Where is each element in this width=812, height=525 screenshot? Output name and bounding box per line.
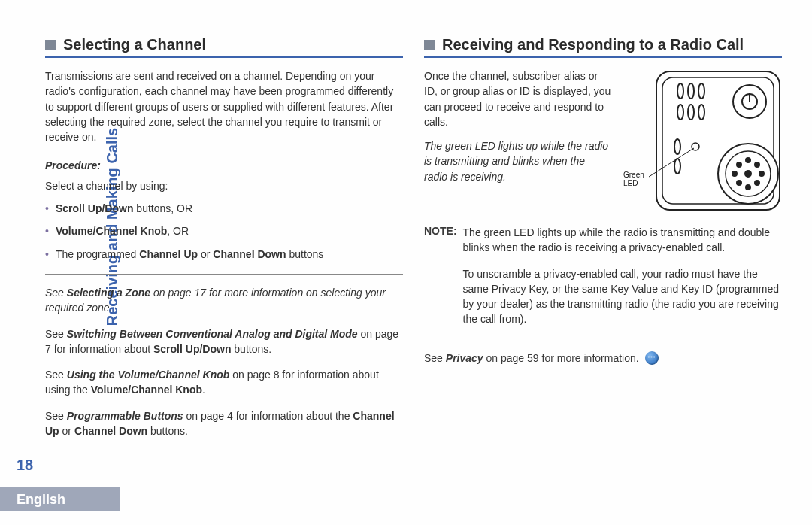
- note-p2: To unscramble a privacy-enabled call, yo…: [463, 266, 782, 327]
- bullet-bold: Volume/Channel Knob: [56, 225, 167, 237]
- bullet-tail: buttons: [286, 248, 324, 260]
- bullet-mid: or: [198, 248, 213, 260]
- svg-point-21: [755, 181, 759, 185]
- radio-diagram: Green LED: [620, 68, 782, 211]
- svg-point-7: [698, 83, 704, 99]
- bullet-bold-2: Channel Down: [213, 248, 286, 260]
- bullet-item: Volume/Channel Knob, OR: [45, 223, 403, 238]
- bullet-item: The programmed Channel Up or Channel Dow…: [45, 247, 403, 262]
- svg-point-22: [674, 139, 680, 154]
- right-intro-text: Once the channel, subscriber alias or ID…: [424, 68, 611, 211]
- ref-selecting-zone: See Selecting a Zone on page 17 for more…: [45, 285, 403, 316]
- led-callout-label: Green LED: [623, 171, 644, 187]
- svg-point-8: [677, 105, 683, 120]
- svg-point-6: [688, 83, 694, 99]
- svg-point-13: [745, 171, 751, 177]
- svg-point-9: [688, 105, 694, 120]
- svg-point-16: [732, 171, 737, 176]
- see-privacy-line: See Privacy on page 59 for more informat…: [424, 351, 782, 365]
- page-body: Selecting a Channel Transmissions are se…: [0, 0, 812, 525]
- svg-point-14: [746, 158, 750, 162]
- bullet-item: Scroll Up/Down buttons, OR: [45, 201, 403, 216]
- section-bullet-icon: [45, 40, 56, 50]
- svg-point-5: [677, 83, 683, 99]
- section-heading-receiving-call: Receiving and Responding to a Radio Call: [424, 36, 782, 58]
- procedure-label: Procedure:: [45, 158, 403, 173]
- bullet-bold: Channel Up: [139, 248, 198, 260]
- heading-text: Receiving and Responding to a Radio Call: [442, 36, 744, 53]
- svg-point-17: [759, 171, 764, 176]
- intro-paragraph: Transmissions are sent and received on a…: [45, 68, 403, 144]
- svg-point-23: [674, 159, 680, 174]
- ref-switching-mode: See Switching Between Conventional Analo…: [45, 326, 403, 357]
- bullet-pre: The programmed: [56, 248, 139, 260]
- ref-using-knob: See Using the Volume/Channel Knob on pag…: [45, 367, 403, 398]
- section-bullet-icon: [424, 40, 435, 50]
- note-key: NOTE:: [424, 225, 457, 338]
- heading-text: Selecting a Channel: [63, 36, 206, 53]
- svg-point-15: [746, 185, 750, 190]
- right-p2-led: The green LED lights up while the radio …: [424, 138, 611, 184]
- divider: [45, 274, 403, 275]
- svg-point-18: [737, 162, 741, 167]
- svg-point-10: [698, 105, 704, 120]
- bullet-bold: Scroll Up/Down: [56, 202, 133, 214]
- section-heading-selecting-channel: Selecting a Channel: [45, 36, 403, 58]
- procedure-lead: Select a channel by using:: [45, 178, 403, 193]
- column-right: Receiving and Responding to a Radio Call…: [424, 36, 782, 510]
- note-p1: The green LED lights up while the radio …: [463, 225, 782, 256]
- note-block: NOTE: The green LED lights up while the …: [424, 225, 782, 338]
- radio-svg-icon: [620, 68, 782, 211]
- column-left: Selecting a Channel Transmissions are se…: [45, 36, 403, 510]
- bullet-tail: buttons, OR: [133, 202, 192, 214]
- bullet-tail: , OR: [167, 225, 189, 237]
- ref-programmable-buttons: See Programmable Buttons on page 4 for i…: [45, 408, 403, 439]
- info-icon: ⋯: [645, 351, 659, 365]
- svg-point-19: [755, 162, 759, 167]
- note-body: The green LED lights up while the radio …: [463, 225, 782, 338]
- procedure-bullets: Scroll Up/Down buttons, OR Volume/Channe…: [45, 201, 403, 262]
- right-p1: Once the channel, subscriber alias or ID…: [424, 68, 611, 129]
- svg-point-20: [737, 181, 741, 185]
